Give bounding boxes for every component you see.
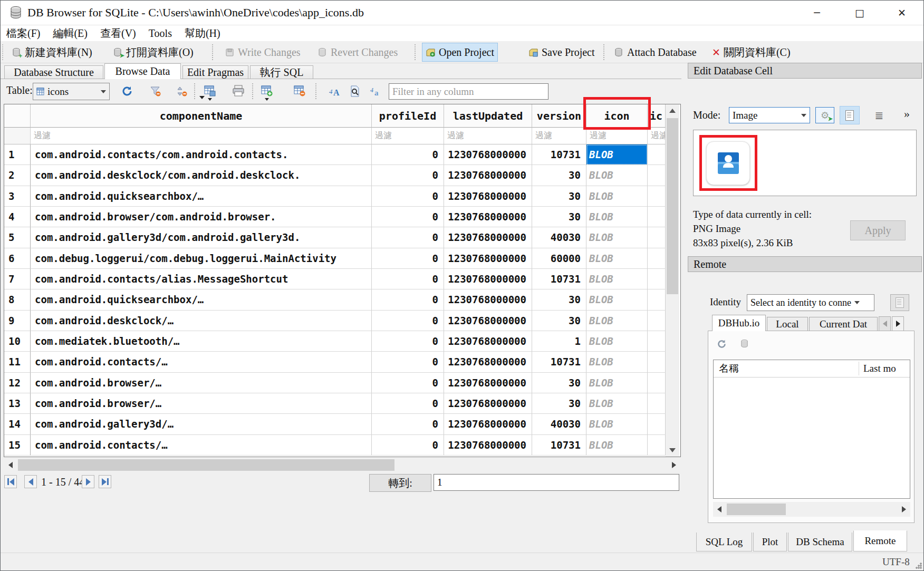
column-header-profileId[interactable]: profileId [372, 104, 444, 128]
cell-icon[interactable]: BLOB [586, 227, 648, 248]
cell-icon[interactable]: BLOB [586, 393, 648, 414]
cell-version[interactable]: 10731 [532, 144, 586, 165]
cell-profileId[interactable]: 0 [372, 248, 444, 269]
cell-lastUpdated[interactable]: 1230768000000 [444, 414, 532, 434]
cell-componentName[interactable]: com.android.contacts/alias.MessageShortc… [31, 269, 372, 289]
column-header-icon[interactable]: icon [586, 104, 648, 128]
close-database-button[interactable]: ✕ 關閉資料庫(C) [709, 43, 794, 62]
cell-profileId[interactable]: 0 [372, 311, 444, 331]
cell-componentName[interactable]: com.android.browser/… [31, 393, 372, 414]
write-changes-button[interactable]: Write Changes [222, 43, 304, 62]
remote-tab-local[interactable]: Local [767, 317, 808, 331]
cell-partial[interactable] [648, 435, 666, 456]
cell-profileId[interactable]: 0 [372, 373, 444, 393]
cell-partial[interactable] [648, 248, 666, 269]
filter-input-componentName[interactable]: 過濾 [31, 128, 372, 144]
vertical-scroll-thumb[interactable] [667, 118, 678, 294]
cell-partial[interactable] [648, 186, 666, 207]
open-project-button[interactable]: Open Project [422, 43, 498, 62]
menu-file[interactable]: 檔案(F) [0, 25, 46, 41]
upload-database-button[interactable] [890, 294, 909, 311]
filter-any-column-input[interactable] [389, 83, 548, 100]
cell-profileId[interactable]: 0 [372, 393, 444, 414]
cell-componentName[interactable]: com.mediatek.bluetooth/… [31, 331, 372, 352]
row-number[interactable]: 3 [4, 186, 31, 207]
find-in-cell-icon[interactable] [348, 84, 362, 98]
cell-profileId[interactable]: 0 [372, 207, 444, 227]
edit-cell-icon[interactable]: 4a [369, 84, 383, 98]
cell-profileId[interactable]: 0 [372, 352, 444, 372]
scroll-right-button[interactable] [668, 458, 680, 472]
remote-scroll-right-button[interactable] [898, 502, 910, 517]
filter-input-partial[interactable]: 過濾 [648, 128, 666, 144]
cell-componentName[interactable]: com.android.contacts/… [31, 352, 372, 372]
cell-lastUpdated[interactable]: 1230768000000 [444, 373, 532, 393]
row-number[interactable]: 1 [4, 144, 31, 165]
remote-refresh-icon[interactable] [715, 337, 728, 350]
row-number[interactable]: 2 [4, 165, 31, 186]
horizontal-scroll-thumb[interactable] [18, 459, 394, 471]
cell-version[interactable]: 30 [532, 393, 586, 414]
cell-version[interactable]: 10731 [532, 269, 586, 289]
menu-help[interactable]: 幫助(H) [178, 25, 227, 41]
cell-icon[interactable]: BLOB [586, 248, 648, 269]
horizontal-scrollbar[interactable] [4, 458, 680, 472]
cell-partial[interactable] [648, 207, 666, 227]
filter-input-version[interactable]: 過濾 [532, 128, 586, 144]
tab-scroll-left-button[interactable] [879, 316, 891, 331]
cell-icon[interactable]: BLOB [586, 373, 648, 393]
insert-record-dropdown[interactable] [265, 98, 269, 101]
dock-tab-remote[interactable]: Remote [853, 530, 907, 551]
previous-page-button[interactable] [24, 475, 37, 488]
goto-button[interactable]: 轉到: [369, 474, 431, 492]
row-number[interactable]: 8 [4, 289, 31, 310]
cell-profileId[interactable]: 0 [372, 331, 444, 352]
row-number[interactable]: 7 [4, 269, 31, 289]
cell-icon[interactable]: BLOB [586, 165, 648, 186]
tab-browse-data[interactable]: Browse Data [104, 63, 181, 79]
encoding-indicator[interactable]: UTF-8 [882, 556, 910, 568]
word-wrap-button[interactable]: ≣ [871, 107, 887, 123]
import-data-button[interactable]: ⚙ ➤ [815, 107, 834, 123]
row-number[interactable]: 13 [4, 393, 31, 414]
cell-componentName[interactable]: com.android.browser/… [31, 373, 372, 393]
tab-scroll-right-button[interactable] [892, 316, 904, 331]
cell-profileId[interactable]: 0 [372, 435, 444, 456]
cell-profileId[interactable]: 0 [372, 165, 444, 186]
edit-font-icon[interactable]: 4A [328, 84, 342, 98]
row-number[interactable]: 10 [4, 331, 31, 352]
cell-lastUpdated[interactable]: 1230768000000 [444, 165, 532, 186]
next-page-button[interactable] [82, 475, 94, 488]
tab-database-structure[interactable]: Database Structure [4, 65, 103, 79]
cell-icon[interactable]: BLOB [586, 289, 648, 310]
cell-version[interactable]: 30 [532, 186, 586, 207]
remote-tab-current[interactable]: Current Dat [809, 317, 878, 331]
scroll-left-button[interactable] [4, 458, 17, 472]
cell-partial[interactable] [648, 227, 666, 248]
remote-list-header-name[interactable]: 名稱 [714, 362, 859, 375]
minimize-button[interactable]: ─ [805, 0, 829, 25]
cell-version[interactable]: 10731 [532, 352, 586, 372]
apply-button[interactable]: Apply [850, 220, 906, 240]
cell-profileId[interactable]: 0 [372, 144, 444, 165]
insert-record-icon[interactable] [259, 83, 274, 98]
cell-version[interactable]: 60000 [532, 248, 586, 269]
table-selector[interactable]: icons [33, 83, 110, 100]
filter-input-profileId[interactable]: 過濾 [372, 128, 444, 144]
cell-icon[interactable]: BLOB [586, 186, 648, 207]
cell-partial[interactable] [648, 269, 666, 289]
identity-selector[interactable]: Select an identity to conne [747, 294, 874, 311]
cell-icon[interactable]: BLOB [586, 269, 648, 289]
row-number[interactable]: 6 [4, 248, 31, 269]
dock-tab-sql-log[interactable]: SQL Log [696, 533, 752, 551]
refresh-icon[interactable] [120, 84, 134, 98]
cell-componentName[interactable]: com.android.browser/com.android.browser. [31, 207, 372, 227]
cell-componentName[interactable]: com.android.quicksearchbox/… [31, 289, 372, 310]
cell-icon[interactable]: BLOB [586, 414, 648, 434]
clear-filter-icon[interactable] [149, 84, 162, 98]
filter-input-lastUpdated[interactable]: 過濾 [444, 128, 532, 144]
cell-lastUpdated[interactable]: 1230768000000 [444, 331, 532, 352]
row-number[interactable]: 15 [4, 435, 31, 456]
column-header-componentName[interactable]: componentName [31, 104, 372, 128]
row-number[interactable]: 14 [4, 414, 31, 434]
